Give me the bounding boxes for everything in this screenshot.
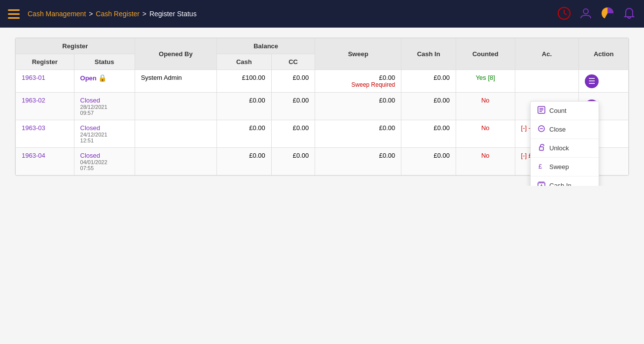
breadcrumb-sep2: >	[143, 10, 148, 18]
main-content: Register Opened By Balance Sweep Cash In…	[0, 28, 644, 186]
register-status: Open 🔒	[74, 70, 135, 93]
dropdown-label-cash-in: Cash In	[549, 182, 572, 186]
opened-by	[135, 120, 216, 148]
breadcrumb-sep1: >	[89, 10, 95, 18]
col-cc: CC	[271, 54, 315, 70]
dropdown-label-unlock: Unlock	[549, 144, 569, 152]
user-icon[interactable]	[579, 6, 593, 22]
unlock-icon	[537, 143, 545, 153]
table-row: 1963-01 Open 🔒 System Admin £100.00 £0.0…	[16, 70, 629, 93]
register-id: 1963-04	[16, 148, 74, 175]
register-id: 1963-01	[16, 70, 74, 93]
svg-text:£: £	[538, 163, 542, 170]
breadcrumb: Cash Management > Cash Register > Regist…	[28, 10, 197, 18]
opened-by	[135, 93, 216, 120]
action-dropdown-menu: Count Close Unlock	[530, 101, 599, 186]
counted-value: No	[456, 93, 515, 120]
dropdown-label-count: Count	[549, 107, 567, 114]
header-right	[557, 6, 636, 22]
cc-balance: £0.00	[271, 148, 315, 175]
register-table-container: Register Opened By Balance Sweep Cash In…	[15, 37, 629, 176]
bell-icon[interactable]	[622, 6, 636, 22]
cash-in-value: £0.00	[401, 120, 456, 148]
dropdown-item-sweep[interactable]: £ Sweep	[531, 158, 599, 176]
counted-value: No	[456, 148, 515, 175]
cc-balance: £0.00	[271, 93, 315, 120]
dropdown-label-close: Close	[549, 126, 566, 133]
cash-in-value: £0.00	[401, 93, 456, 120]
breadcrumb-current: Register Status	[149, 10, 197, 18]
register-status: Closed 04/01/2022 07:55	[74, 148, 135, 175]
sweep-icon: £	[537, 162, 545, 172]
col-action: Action	[579, 38, 629, 70]
header-left: Cash Management > Cash Register > Regist…	[8, 9, 197, 19]
hamburger-menu[interactable]	[8, 9, 20, 19]
breadcrumb-part2[interactable]: Cash Register	[96, 10, 140, 18]
svg-line-2	[564, 13, 567, 15]
action-menu-button[interactable]: ☰	[585, 74, 599, 88]
cash-balance: £0.00	[217, 93, 272, 120]
register-id: 1963-03	[16, 120, 74, 148]
col-counted: Counted	[456, 38, 515, 70]
cash-balance: £0.00	[217, 148, 272, 175]
chart-icon[interactable]	[601, 6, 614, 22]
dropdown-item-count[interactable]: Count	[531, 102, 599, 120]
cc-balance: £0.00	[271, 70, 315, 93]
col-cash-in: Cash In	[401, 38, 456, 70]
svg-rect-11	[539, 147, 543, 150]
counted-value: No	[456, 120, 515, 148]
app-header: Cash Management > Cash Register > Regist…	[0, 0, 644, 28]
action-cell: ☰	[579, 70, 629, 93]
col-cash: Cash	[217, 54, 272, 70]
cc-balance: £0.00	[271, 120, 315, 148]
col-status: Status	[74, 54, 135, 70]
counted-value: Yes [8]	[456, 70, 515, 93]
cash-in-value: £0.00	[401, 148, 456, 175]
dropdown-item-close[interactable]: Close	[531, 120, 599, 139]
col-register: Register	[16, 54, 74, 70]
cash-in-icon	[537, 181, 545, 186]
register-id: 1963-02	[16, 93, 74, 120]
sweep-value: £0.00	[315, 93, 401, 120]
clock-icon[interactable]	[557, 6, 571, 22]
register-status: Closed 24/12/2021 12:51	[74, 120, 135, 148]
sweep-value: £0.00	[315, 120, 401, 148]
dropdown-item-cash-in[interactable]: Cash In	[531, 176, 599, 186]
close-icon	[537, 125, 545, 134]
register-status: Closed 28/12/2021 09:57	[74, 93, 135, 120]
opened-by: System Admin	[135, 70, 216, 93]
ac-value	[515, 70, 579, 93]
col-group-register: Register	[16, 38, 135, 54]
count-icon	[537, 106, 545, 115]
col-group-balance: Balance	[217, 38, 315, 54]
cash-in-value: £0.00	[401, 70, 456, 93]
lock-icon: 🔒	[98, 74, 107, 82]
col-ac: Ac.	[515, 38, 579, 70]
dropdown-item-unlock[interactable]: Unlock	[531, 139, 599, 158]
opened-by	[135, 148, 216, 175]
dropdown-label-sweep: Sweep	[549, 163, 569, 171]
cash-balance: £0.00	[217, 120, 272, 148]
col-opened-by: Opened By	[135, 38, 216, 70]
sweep-value: £0.00 Sweep Required	[315, 70, 401, 93]
svg-point-3	[583, 9, 588, 14]
cash-balance: £100.00	[217, 70, 272, 93]
breadcrumb-part1[interactable]: Cash Management	[28, 10, 86, 18]
sweep-value: £0.00	[315, 148, 401, 175]
col-sweep: Sweep	[315, 38, 401, 70]
sweep-required: Sweep Required	[321, 81, 395, 88]
